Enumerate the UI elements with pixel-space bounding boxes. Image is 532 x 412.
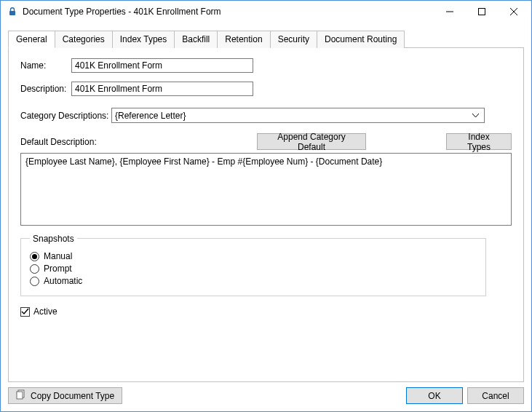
footer-bar: Copy Document Type OK Cancel xyxy=(1,382,531,411)
category-desc-combo[interactable]: {Reference Letter} xyxy=(111,108,485,123)
snapshot-automatic-label: Automatic xyxy=(44,276,82,286)
window-controls xyxy=(434,1,530,22)
category-desc-label: Category Descriptions: xyxy=(20,111,111,121)
copy-icon xyxy=(16,389,26,402)
active-label: Active xyxy=(33,306,57,317)
checkbox-icon xyxy=(20,307,30,317)
snapshots-legend: Snapshots xyxy=(30,234,77,244)
description-input[interactable] xyxy=(71,82,253,96)
svg-rect-2 xyxy=(479,9,485,15)
tab-strip: General Categories Index Types Backfill … xyxy=(8,30,524,47)
tab-backfill[interactable]: Backfill xyxy=(174,31,218,48)
snapshot-manual-label: Manual xyxy=(44,251,72,261)
radio-icon xyxy=(30,264,39,274)
svg-rect-6 xyxy=(17,392,23,399)
minimize-button[interactable] xyxy=(434,1,466,22)
append-category-default-button[interactable]: Append Category Default xyxy=(257,133,366,150)
titlebar: Document Type Properties - 401K Enrollme… xyxy=(1,1,531,23)
default-desc-label: Default Description: xyxy=(20,137,97,147)
snapshot-automatic-option[interactable]: Automatic xyxy=(30,276,477,286)
tabpage-general: Name: Description: Category Descriptions… xyxy=(8,47,524,382)
tab-security[interactable]: Security xyxy=(270,31,317,48)
default-description-input[interactable] xyxy=(20,153,512,226)
cancel-button[interactable]: Cancel xyxy=(467,387,524,404)
radio-icon xyxy=(30,277,39,286)
snapshot-prompt-option[interactable]: Prompt xyxy=(30,264,477,274)
window-title: Document Type Properties - 401K Enrollme… xyxy=(23,7,434,17)
active-checkbox-row[interactable]: Active xyxy=(20,306,512,317)
chevron-down-icon xyxy=(469,114,481,118)
client-area: General Categories Index Types Backfill … xyxy=(1,23,531,382)
name-label: Name: xyxy=(20,60,71,71)
window: Document Type Properties - 401K Enrollme… xyxy=(0,0,532,412)
close-button[interactable] xyxy=(498,1,530,22)
snapshot-manual-option[interactable]: Manual xyxy=(30,251,477,261)
index-types-button[interactable]: Index Types xyxy=(446,133,512,150)
tab-categories[interactable]: Categories xyxy=(55,31,113,48)
copy-document-type-button[interactable]: Copy Document Type xyxy=(8,387,122,404)
tab-general[interactable]: General xyxy=(8,31,55,48)
name-input[interactable] xyxy=(71,58,253,73)
snapshot-prompt-label: Prompt xyxy=(44,264,72,274)
lock-icon xyxy=(7,6,18,17)
ok-button[interactable]: OK xyxy=(406,387,463,404)
category-desc-value: {Reference Letter} xyxy=(115,111,469,121)
tab-index-types[interactable]: Index Types xyxy=(112,31,175,48)
snapshots-group: Snapshots Manual Prompt Automatic xyxy=(20,238,486,296)
svg-rect-0 xyxy=(9,11,15,15)
radio-icon xyxy=(30,252,39,261)
maximize-button[interactable] xyxy=(466,1,498,22)
description-label: Description: xyxy=(20,84,71,94)
tab-retention[interactable]: Retention xyxy=(217,31,270,48)
tab-document-routing[interactable]: Document Routing xyxy=(317,31,405,48)
copy-document-type-label: Copy Document Type xyxy=(31,391,114,401)
